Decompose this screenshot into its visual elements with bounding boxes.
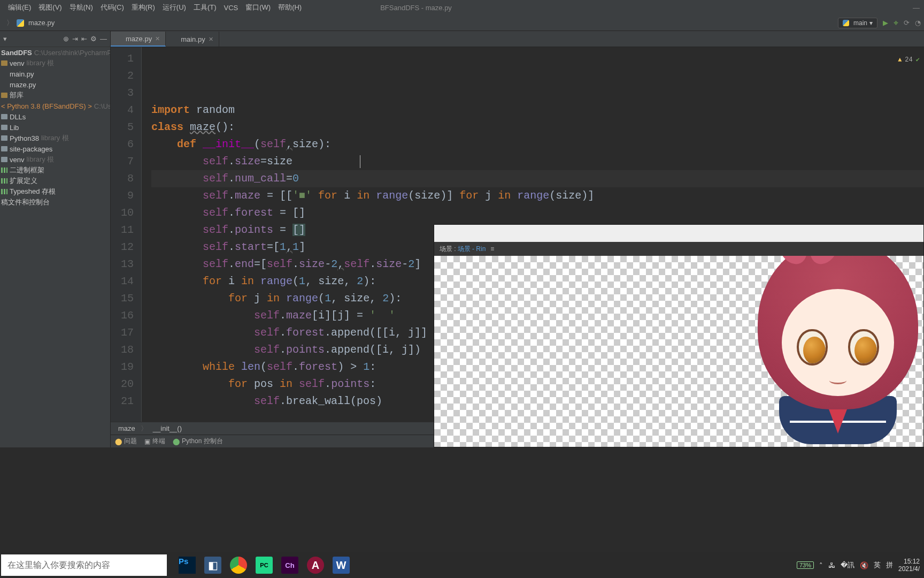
breadcrumb-method[interactable]: __init__() <box>153 424 182 432</box>
chart-icon <box>1 168 7 173</box>
coverage-button[interactable]: ⟳ <box>904 19 910 27</box>
overlay-app-window[interactable]: 场景 : 场景 - Rin ≡ <box>434 224 924 447</box>
sidebar-toolbar: ▾ ⊕ ⇥ ⇤ ⚙ — <box>0 31 110 47</box>
menu-navigate[interactable]: 导航(N) <box>66 3 97 12</box>
wifi-icon[interactable]: �訊 <box>841 560 854 570</box>
tool-problems[interactable]: ⬤问题 <box>115 437 137 446</box>
tree-item[interactable]: venvlibrary 根 <box>0 154 110 165</box>
app-pycharm2[interactable]: PC <box>252 553 276 577</box>
line-gutter: 123456789101112131415161718192021 <box>111 47 142 422</box>
warning-icon: ▲ <box>898 51 902 69</box>
fold-strip <box>142 47 151 422</box>
run-button[interactable]: ▶ <box>883 19 888 27</box>
folder-icon <box>1 157 7 162</box>
chevron-down-icon[interactable]: ▾ <box>3 35 7 43</box>
editor-tabs: maze.py✕main.py✕ <box>111 31 924 47</box>
editor-tab[interactable]: main.py✕ <box>166 32 219 47</box>
menu-help[interactable]: 帮助(H) <box>274 3 305 12</box>
app-word[interactable]: W <box>329 553 353 577</box>
expand-icon[interactable]: ⇥ <box>72 35 78 43</box>
scene-link[interactable]: 场景 - Rin <box>458 245 486 254</box>
collapse-icon[interactable]: ⇤ <box>81 35 87 43</box>
battery-indicator[interactable]: 73% <box>797 561 814 569</box>
tree-item[interactable]: 二进制框架 <box>0 165 110 176</box>
windows-taskbar: 在这里输入你要搜索的内容 Ps ◧ PC Ch A W 73% ˄ 🖧 �訊 🔇… <box>0 552 924 578</box>
python-file-icon <box>116 35 122 42</box>
python-file-icon <box>17 19 24 27</box>
tree-item[interactable]: Python38library 根 <box>0 133 110 143</box>
tree-item[interactable]: Typeshed 存根 <box>0 186 110 197</box>
hide-icon[interactable]: — <box>100 35 107 43</box>
windows-search[interactable]: 在这里输入你要搜索的内容 <box>1 554 167 576</box>
tool-terminal[interactable]: ▣终端 <box>144 437 165 446</box>
code-line[interactable]: self.size=size <box>151 153 924 170</box>
scene-label: 场景 : <box>440 245 456 254</box>
code-line[interactable]: self.maze = [['■' for i in range(size)] … <box>151 187 924 204</box>
tree-item[interactable]: Lib <box>0 122 110 133</box>
menu-vcs[interactable]: VCS <box>220 4 242 12</box>
app-chrome[interactable] <box>227 553 250 577</box>
tree-item[interactable]: main.py <box>0 69 110 79</box>
python-icon <box>843 20 849 26</box>
tool-python-console[interactable]: ⬤Python 控制台 <box>173 437 223 446</box>
breadcrumb-label: maze.py <box>28 19 55 27</box>
menu-run[interactable]: 运行(U) <box>159 3 190 12</box>
search-placeholder: 在这里输入你要搜索的内容 <box>7 560 110 571</box>
ime-lang[interactable]: 英 <box>874 560 881 570</box>
editor-tab[interactable]: maze.py✕ <box>111 32 166 47</box>
volume-icon[interactable]: 🔇 <box>860 561 868 569</box>
overlay-titlebar[interactable] <box>434 225 923 242</box>
debug-button[interactable]: ⌖ <box>894 18 898 28</box>
app-photoshop[interactable]: Ps <box>175 553 199 577</box>
nav-bar: 〉 maze.py main ▾ ▶ ⌖ ⟳ ◔ <box>0 15 924 31</box>
tree-item[interactable]: 扩展定义 <box>0 176 110 186</box>
problems-indicator[interactable]: ▲ 24 ✔ <box>898 51 920 69</box>
tab-label: main.py <box>181 35 205 43</box>
tree-item[interactable]: < Python 3.8 (BFSandDFS) >C:\Use <box>0 101 110 111</box>
code-line[interactable]: class maze(): <box>151 119 924 136</box>
network-icon[interactable]: 🖧 <box>828 561 835 569</box>
overlay-canvas[interactable] <box>434 256 923 447</box>
tree-item[interactable]: 部库 <box>0 90 110 101</box>
tree-item[interactable]: venvlibrary 根 <box>0 58 110 69</box>
app-pycharm[interactable]: ◧ <box>201 553 225 577</box>
app-character-animator[interactable]: Ch <box>278 553 302 577</box>
menu-code[interactable]: 代码(C) <box>97 3 128 12</box>
code-line[interactable]: self.forest = [] <box>151 204 924 222</box>
project-sidebar: ▾ ⊕ ⇥ ⇤ ⚙ — SandDFSC:\Users\think\Pychar… <box>0 31 111 447</box>
tree-root[interactable]: SandDFSC:\Users\think\PycharmPro <box>0 47 110 58</box>
breadcrumb-file[interactable]: maze.py <box>17 19 55 27</box>
code-line[interactable]: import random <box>151 102 924 119</box>
menu-view[interactable]: 视图(V) <box>35 3 65 12</box>
code-line[interactable]: def __init__(self,size): <box>151 136 924 153</box>
tree-item[interactable]: 稿文件和控制台 <box>0 197 110 208</box>
taskbar-clock[interactable]: 15:12 2021/4/ <box>898 558 920 573</box>
breadcrumb-class[interactable]: maze <box>118 424 135 432</box>
menu-tools[interactable]: 工具(T) <box>190 3 220 12</box>
menu-icon[interactable]: ≡ <box>490 245 494 253</box>
folder-icon <box>1 135 7 141</box>
gear-icon[interactable]: ⚙ <box>90 35 97 43</box>
run-config-selector[interactable]: main ▾ <box>838 18 877 28</box>
menu-window[interactable]: 窗口(W) <box>242 3 274 12</box>
menu-edit[interactable]: 编辑(E) <box>4 3 35 12</box>
close-icon[interactable]: ✕ <box>209 36 213 43</box>
close-icon[interactable]: ✕ <box>155 35 160 42</box>
minimize-icon[interactable]: — <box>913 4 920 12</box>
app-generic-a[interactable]: A <box>304 553 327 577</box>
folder-icon <box>1 93 7 98</box>
tree-item[interactable]: maze.py <box>0 79 110 90</box>
menu-refactor[interactable]: 重构(R) <box>128 3 159 12</box>
warning-icon: ⬤ <box>115 438 122 445</box>
code-line[interactable]: self.num_call=0 <box>151 170 924 187</box>
tray-chevron-icon[interactable]: ˄ <box>819 561 823 569</box>
profile-button[interactable]: ◔ <box>915 19 921 27</box>
tree-item[interactable]: site-packages <box>0 143 110 154</box>
app-title: BFSandDFS - maze.py <box>380 4 452 12</box>
breadcrumb-sep-icon: 〉 <box>141 424 148 434</box>
python-file-icon <box>1 71 7 77</box>
ime-mode[interactable]: 拼 <box>886 560 893 570</box>
project-tree[interactable]: SandDFSC:\Users\think\PycharmProvenvlibr… <box>0 47 110 208</box>
locate-icon[interactable]: ⊕ <box>63 35 69 43</box>
tree-item[interactable]: DLLs <box>0 111 110 122</box>
